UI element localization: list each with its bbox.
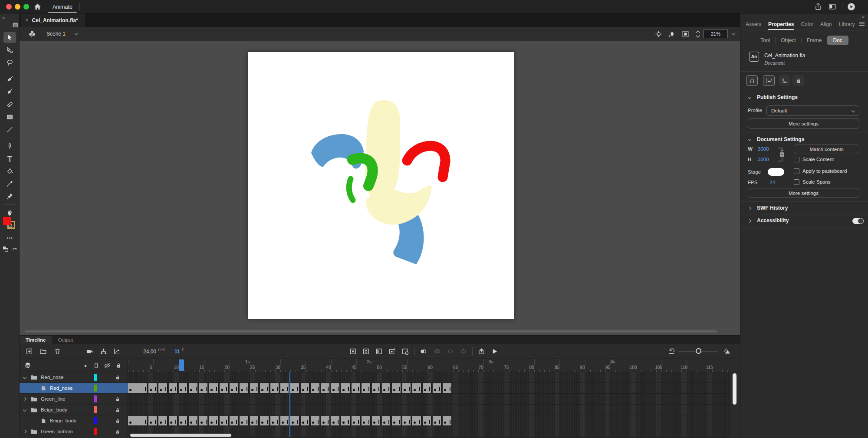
layer-lock-icon[interactable]	[115, 374, 122, 381]
keyframe-span[interactable]	[240, 416, 249, 425]
keyframe-span[interactable]	[331, 383, 340, 393]
keyframe-span[interactable]	[341, 383, 350, 393]
subtab-doc[interactable]: Doc	[827, 36, 848, 45]
graph-editor-button[interactable]	[112, 346, 122, 356]
link-dimensions-icon[interactable]	[776, 145, 785, 164]
collapse-folder-chevron-icon[interactable]	[23, 375, 26, 379]
keyframe-span[interactable]	[199, 416, 208, 425]
keyframe-span[interactable]	[169, 416, 178, 425]
keyframe-span[interactable]	[402, 383, 411, 393]
keyframe-span[interactable]	[230, 416, 239, 425]
tab-assets[interactable]: Assets	[746, 20, 761, 29]
keyframe-span[interactable]	[158, 383, 168, 393]
layer-lock-icon[interactable]	[115, 428, 122, 435]
home-icon[interactable]	[34, 3, 41, 10]
keyframe-span[interactable]	[270, 416, 279, 425]
expand-panel-icon[interactable]: »	[862, 14, 865, 19]
accessibility-toggle[interactable]	[852, 218, 864, 224]
minimize-window-button[interactable]	[15, 4, 20, 10]
resize-timeline-view-button[interactable]	[722, 346, 732, 356]
keyframe-span[interactable]	[443, 383, 452, 393]
delete-button[interactable]	[52, 346, 62, 356]
layer-row[interactable]: Beige_body	[20, 415, 128, 426]
rulers-button[interactable]	[779, 75, 790, 86]
apply-to-pasteboard-checkbox[interactable]	[794, 168, 799, 174]
keyframe-span[interactable]	[392, 383, 401, 393]
keyframe-span[interactable]	[158, 416, 168, 425]
frame-track-row[interactable]	[128, 405, 730, 415]
zoom-stepper[interactable]	[695, 29, 701, 40]
keyframe-span[interactable]	[433, 416, 442, 425]
new-folder-button[interactable]	[38, 346, 48, 356]
tab-output[interactable]: Output	[52, 336, 79, 344]
keyframe-span[interactable]	[179, 383, 188, 393]
share-icon[interactable]	[814, 3, 822, 10]
canvas-horizontal-scrollbar[interactable]	[25, 330, 717, 333]
document-settings-chevron-icon[interactable]	[748, 138, 751, 141]
stage-color-swatch[interactable]	[768, 168, 784, 176]
frame-track-row[interactable]	[128, 415, 730, 426]
document-tab[interactable]: × Cel_Animation.fla*	[21, 13, 85, 27]
snap-to-objects-button[interactable]	[746, 75, 758, 86]
keyframe-span[interactable]	[412, 416, 421, 425]
collapse-folder-chevron-icon[interactable]	[23, 408, 26, 412]
keyframe-span[interactable]	[433, 383, 442, 393]
keyframe-span[interactable]	[341, 416, 350, 425]
eyedropper-tool[interactable]	[0, 178, 20, 190]
asset-warp-tool[interactable]	[0, 190, 20, 203]
onion-skin-outline-button[interactable]	[432, 346, 442, 356]
auto-keyframe-button[interactable]: A	[387, 346, 397, 356]
toolbar-menu-icon[interactable]	[13, 23, 18, 27]
frame-track-row[interactable]	[128, 383, 730, 394]
tab-align[interactable]: Align	[820, 20, 832, 29]
export-frame-button[interactable]	[476, 346, 487, 356]
snap-align-button[interactable]	[763, 75, 775, 86]
keyframe-span[interactable]	[311, 383, 320, 393]
scene-dropdown-chevron-icon[interactable]	[75, 32, 78, 35]
subtab-frame[interactable]: Frame	[807, 37, 822, 43]
frames-track-area[interactable]: 1s2s3s4s 5101520253035404550556065707580…	[128, 359, 730, 438]
layer-lock-icon[interactable]	[115, 407, 122, 414]
maximize-window-button[interactable]	[23, 4, 29, 10]
layer-folder-row[interactable]: Red_nose	[20, 372, 128, 383]
expand-folder-chevron-icon[interactable]	[23, 430, 26, 433]
paint-bucket-tool[interactable]	[0, 165, 20, 178]
playhead-marker[interactable]	[179, 359, 184, 371]
keyframe-span[interactable]	[372, 383, 381, 393]
scale-content-checkbox[interactable]	[794, 157, 799, 162]
keyframe-span[interactable]	[189, 416, 198, 425]
frame-track-row[interactable]	[128, 394, 730, 405]
keyframe-span[interactable]	[301, 416, 310, 425]
zoom-dropdown-chevron-icon[interactable]	[732, 32, 735, 35]
snap-center-icon[interactable]	[655, 30, 662, 38]
keyframe-span[interactable]	[321, 383, 330, 393]
keyframe-span[interactable]	[362, 416, 371, 425]
keyframe-span[interactable]	[240, 383, 249, 393]
visibility-column-icon[interactable]	[104, 362, 111, 369]
test-movie-icon[interactable]	[847, 3, 855, 11]
layer-color-chip[interactable]	[94, 406, 97, 413]
keyframe-span[interactable]	[128, 383, 148, 393]
accessibility-chevron-icon[interactable]	[748, 219, 751, 223]
pen-tool[interactable]	[0, 140, 20, 152]
keyframe-span[interactable]	[179, 416, 188, 425]
tab-animate[interactable]: Animate	[45, 0, 80, 13]
keyframe-span[interactable]	[148, 383, 158, 393]
layer-lock-icon[interactable]	[115, 418, 122, 425]
keyframe-span[interactable]	[423, 383, 432, 393]
width-value[interactable]: 3000	[758, 146, 769, 151]
keyframe-span[interactable]	[128, 416, 148, 425]
expand-folder-chevron-icon[interactable]	[23, 397, 26, 401]
subselection-tool[interactable]	[0, 44, 20, 56]
document-more-settings-button[interactable]: More settings	[748, 188, 859, 198]
keyframe-span[interactable]	[148, 416, 158, 425]
keyframe-span[interactable]	[260, 416, 269, 425]
selection-tool[interactable]	[0, 31, 20, 44]
keyframe-span[interactable]	[250, 383, 259, 393]
timeline-zoom-slider-knob[interactable]	[696, 348, 701, 354]
tab-properties[interactable]: Properties	[768, 20, 794, 29]
timeline-vertical-scrollbar[interactable]	[733, 373, 736, 405]
rectangle-tool[interactable]	[0, 111, 20, 123]
close-document-icon[interactable]: ×	[25, 17, 29, 23]
new-layer-button[interactable]	[24, 346, 34, 356]
